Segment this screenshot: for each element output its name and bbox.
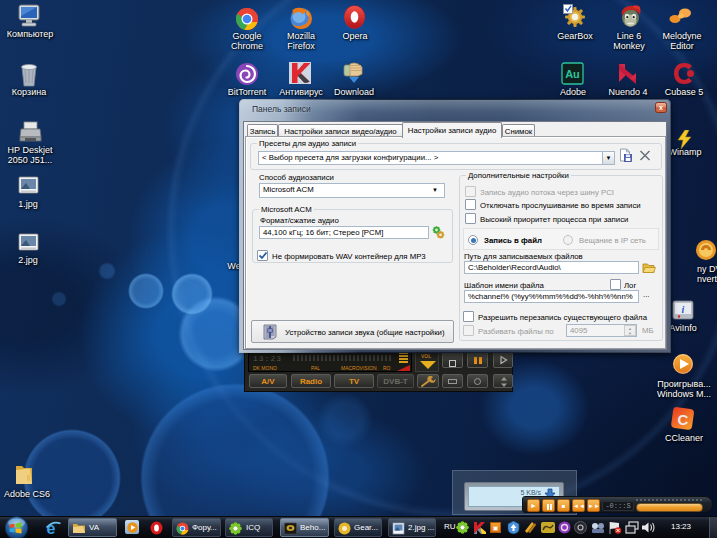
- svg-text:Au: Au: [565, 68, 580, 80]
- svg-text:i: i: [682, 304, 685, 315]
- svg-text:C: C: [678, 411, 689, 428]
